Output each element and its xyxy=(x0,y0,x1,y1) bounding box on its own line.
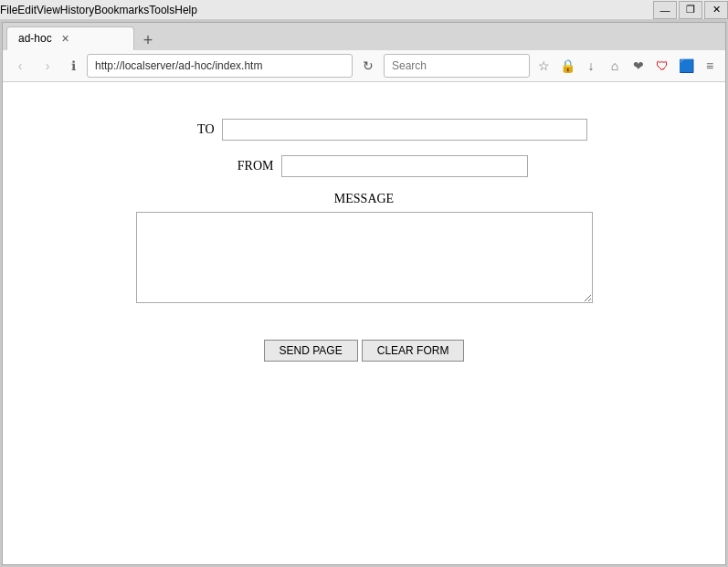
download-icon[interactable]: ↓ xyxy=(581,56,601,76)
search-input[interactable] xyxy=(384,54,530,78)
menu-icon[interactable]: ≡ xyxy=(700,56,720,76)
from-label: FROM xyxy=(201,159,274,173)
menu-bar: File Edit View History Bookmarks Tools H… xyxy=(0,0,728,20)
menu-help[interactable]: Help xyxy=(174,4,197,16)
home-icon[interactable]: ⌂ xyxy=(605,56,625,76)
from-row: FROM xyxy=(90,155,638,177)
message-section: MESSAGE xyxy=(90,192,638,303)
minimize-button[interactable]: — xyxy=(653,1,677,19)
info-icon: ℹ xyxy=(63,56,83,76)
refresh-button[interactable]: ↻ xyxy=(356,54,380,78)
forward-button[interactable]: › xyxy=(36,54,59,78)
close-button[interactable]: ✕ xyxy=(704,1,728,19)
from-input[interactable] xyxy=(281,155,528,177)
menu-file[interactable]: File xyxy=(0,4,17,16)
menu-items: File Edit View History Bookmarks Tools H… xyxy=(0,4,653,16)
to-label: TO xyxy=(142,122,215,137)
email-form: TO FROM MESSAGE SEND PAGE CLEAR FORM xyxy=(90,119,638,362)
menu-edit[interactable]: Edit xyxy=(17,4,37,16)
to-input[interactable] xyxy=(222,119,587,141)
to-row: TO xyxy=(90,119,638,141)
bookmark-star-icon[interactable]: ☆ xyxy=(533,56,554,76)
menu-tools[interactable]: Tools xyxy=(149,4,174,16)
menu-history[interactable]: History xyxy=(60,4,94,16)
active-tab[interactable]: ad-hoc × xyxy=(6,26,134,50)
window-controls: — ❐ ✕ xyxy=(653,1,728,19)
new-tab-button[interactable]: + xyxy=(138,30,158,50)
extension-icon[interactable]: 🟦 xyxy=(676,56,696,76)
message-label: MESSAGE xyxy=(334,192,394,206)
page-content: TO FROM MESSAGE SEND PAGE CLEAR FORM xyxy=(3,82,725,564)
nav-bar: ‹ › ℹ ↻ ☆ 🔒 ↓ ⌂ ❤ 🛡 🟦 ≡ xyxy=(3,50,725,82)
send-page-button[interactable]: SEND PAGE xyxy=(264,340,358,362)
clear-form-button[interactable]: CLEAR FORM xyxy=(362,340,465,362)
tab-label: ad-hoc xyxy=(18,32,52,45)
shield-icon: 🛡 xyxy=(652,56,672,76)
pocket-icon[interactable]: ❤ xyxy=(628,56,649,76)
url-bar[interactable] xyxy=(87,54,353,78)
lock-icon: 🔒 xyxy=(557,56,577,76)
browser-window: ad-hoc × + ‹ › ℹ ↻ ☆ 🔒 ↓ ⌂ ❤ 🛡 🟦 ≡ TO xyxy=(2,22,726,565)
restore-button[interactable]: ❐ xyxy=(679,1,702,19)
back-button[interactable]: ‹ xyxy=(8,54,32,78)
tab-bar: ad-hoc × + xyxy=(3,23,725,50)
tab-close-button[interactable]: × xyxy=(59,32,72,45)
menu-view[interactable]: View xyxy=(37,4,60,16)
message-textarea[interactable] xyxy=(136,212,593,303)
button-row: SEND PAGE CLEAR FORM xyxy=(90,340,638,362)
menu-bookmarks[interactable]: Bookmarks xyxy=(94,4,149,16)
